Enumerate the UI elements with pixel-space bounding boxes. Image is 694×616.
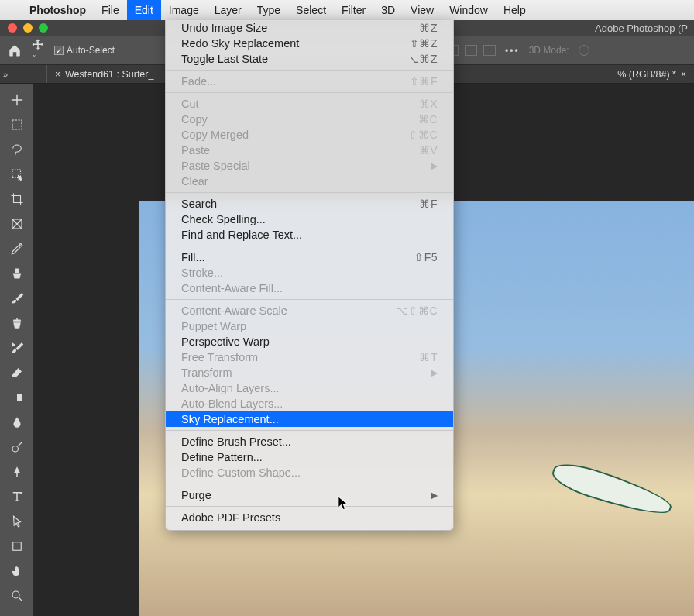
shape-tool[interactable] bbox=[5, 536, 29, 556]
home-icon[interactable] bbox=[8, 43, 22, 57]
expand-panels-icon[interactable]: » bbox=[3, 70, 8, 79]
pen-tool[interactable] bbox=[5, 462, 29, 482]
healing-brush-tool[interactable] bbox=[5, 263, 29, 284]
window-minimize-icon[interactable] bbox=[23, 23, 33, 33]
menu-item-label: Fill... bbox=[181, 251, 205, 263]
menu-item-label: Transform bbox=[181, 367, 232, 379]
submenu-arrow-icon: ▶ bbox=[431, 160, 438, 171]
menu-item-transform: Transform▶ bbox=[166, 365, 453, 380]
menu-item-define-pattern[interactable]: Define Pattern... bbox=[166, 449, 453, 465]
submenu-arrow-icon: ▶ bbox=[431, 490, 438, 501]
menu-item-adobe-pdf-presets[interactable]: Adobe PDF Presets bbox=[166, 510, 453, 525]
marquee-tool[interactable] bbox=[5, 115, 29, 135]
type-tool[interactable] bbox=[5, 487, 29, 507]
document-name-right: % (RGB/8#) * bbox=[617, 69, 676, 80]
menu-shortcut: ⌘Z bbox=[419, 22, 438, 34]
menubar-app[interactable]: Photoshop bbox=[22, 0, 94, 20]
auto-select-label: Auto-Select bbox=[67, 45, 115, 56]
menu-shortcut: ⌘X bbox=[419, 98, 438, 110]
toolbox bbox=[0, 84, 34, 616]
menubar-type[interactable]: Type bbox=[249, 0, 288, 20]
history-brush-tool[interactable] bbox=[5, 338, 29, 358]
menu-item-purge[interactable]: Purge▶ bbox=[166, 487, 453, 503]
menu-item-label: Perspective Warp bbox=[181, 336, 270, 348]
canvas-content bbox=[548, 457, 675, 522]
svg-point-6 bbox=[12, 446, 19, 453]
menu-item-label: Find and Replace Text... bbox=[181, 229, 302, 241]
menu-item-find-and-replace-text[interactable]: Find and Replace Text... bbox=[166, 227, 453, 243]
blur-tool[interactable] bbox=[5, 412, 29, 432]
menu-item-label: Stroke... bbox=[181, 267, 223, 279]
menubar-select[interactable]: Select bbox=[288, 0, 334, 20]
menu-item-label: Toggle Last State bbox=[181, 53, 268, 65]
more-options-icon[interactable]: ••• bbox=[505, 45, 520, 56]
menubar-edit[interactable]: Edit bbox=[127, 0, 161, 20]
menu-item-label: Cut bbox=[181, 98, 199, 110]
menubar-file[interactable]: File bbox=[94, 0, 127, 20]
dodge-tool[interactable] bbox=[5, 437, 29, 457]
menu-item-label: Auto-Blend Layers... bbox=[181, 397, 283, 410]
menu-item-perspective-warp[interactable]: Perspective Warp bbox=[166, 334, 453, 349]
brush-tool[interactable] bbox=[5, 288, 29, 308]
menu-item-free-transform: Free Transform⌘T bbox=[166, 349, 453, 365]
menubar-help[interactable]: Help bbox=[496, 0, 534, 20]
3d-mode-icon[interactable] bbox=[579, 45, 589, 56]
move-tool-icon[interactable]: ˅ bbox=[31, 38, 45, 63]
hand-tool[interactable] bbox=[5, 561, 29, 581]
menu-item-undo-image-size[interactable]: Undo Image Size⌘Z bbox=[166, 20, 453, 36]
window-close-icon[interactable] bbox=[8, 23, 17, 33]
menu-shortcut: ⌥⌘Z bbox=[407, 53, 438, 65]
path-select-tool[interactable] bbox=[5, 511, 29, 532]
menubar-filter[interactable]: Filter bbox=[334, 0, 373, 20]
menu-item-label: Content-Aware Scale bbox=[181, 305, 287, 317]
zoom-tool[interactable] bbox=[5, 586, 29, 606]
menu-item-label: Purge bbox=[181, 489, 211, 501]
menu-item-clear: Clear bbox=[166, 174, 453, 189]
close-tab-icon[interactable]: × bbox=[681, 69, 686, 80]
document-tab-info: % (RGB/8#) * × bbox=[610, 65, 694, 83]
menu-item-label: Sky Replacement... bbox=[181, 413, 279, 425]
close-tab-icon[interactable]: × bbox=[55, 69, 60, 80]
menu-item-sky-replacement[interactable]: Sky Replacement... bbox=[166, 411, 453, 427]
gradient-tool[interactable] bbox=[5, 387, 29, 408]
svg-rect-7 bbox=[12, 542, 21, 551]
menubar-image[interactable]: Image bbox=[161, 0, 207, 20]
menubar-layer[interactable]: Layer bbox=[207, 0, 249, 20]
eyedropper-tool[interactable] bbox=[5, 239, 29, 259]
menu-item-label: Puppet Warp bbox=[181, 320, 246, 332]
menubar-view[interactable]: View bbox=[403, 0, 441, 20]
document-name-left: Westend61 : Surfer_ bbox=[65, 69, 153, 80]
crop-tool[interactable] bbox=[5, 189, 29, 209]
menubar-3d[interactable]: 3D bbox=[373, 0, 403, 20]
move-tool[interactable] bbox=[5, 90, 29, 110]
menu-shortcut: ⇧F5 bbox=[414, 251, 438, 263]
menu-item-toggle-last-state[interactable]: Toggle Last State⌥⌘Z bbox=[166, 51, 453, 67]
svg-rect-0 bbox=[12, 120, 22, 129]
menubar-window[interactable]: Window bbox=[441, 0, 496, 20]
menu-item-label: Redo Sky Replacement bbox=[181, 37, 299, 50]
menu-item-fill[interactable]: Fill...⇧F5 bbox=[166, 249, 453, 265]
menu-item-redo-sky-replacement[interactable]: Redo Sky Replacement⇧⌘Z bbox=[166, 36, 453, 51]
cursor-icon bbox=[338, 496, 349, 511]
menu-item-paste-special: Paste Special▶ bbox=[166, 158, 453, 174]
menu-item-label: Define Custom Shape... bbox=[181, 466, 301, 479]
menu-item-label: Auto-Align Layers... bbox=[181, 382, 280, 394]
lasso-tool[interactable] bbox=[5, 139, 29, 160]
auto-select-checkbox[interactable]: ✓ Auto-Select bbox=[54, 45, 115, 56]
menu-item-content-aware-fill: Content-Aware Fill... bbox=[166, 280, 453, 296]
window-zoom-icon[interactable] bbox=[39, 23, 48, 33]
quick-select-tool[interactable] bbox=[5, 164, 29, 184]
menu-item-check-spelling[interactable]: Check Spelling... bbox=[166, 212, 453, 227]
eraser-tool[interactable] bbox=[5, 363, 29, 383]
submenu-arrow-icon: ▶ bbox=[431, 367, 438, 378]
document-tab[interactable]: × Westend61 : Surfer_ bbox=[46, 65, 161, 83]
menu-item-label: Search bbox=[181, 198, 217, 210]
3d-mode-label: 3D Mode: bbox=[529, 45, 569, 56]
menu-item-label: Paste bbox=[181, 144, 210, 157]
menu-item-define-brush-preset[interactable]: Define Brush Preset... bbox=[166, 434, 453, 449]
menu-shortcut: ⌘V bbox=[419, 144, 438, 157]
frame-tool[interactable] bbox=[5, 214, 29, 234]
menu-item-search[interactable]: Search⌘F bbox=[166, 196, 453, 212]
clone-stamp-tool[interactable] bbox=[5, 313, 29, 333]
menu-shortcut: ⌥⇧⌘C bbox=[396, 305, 438, 317]
